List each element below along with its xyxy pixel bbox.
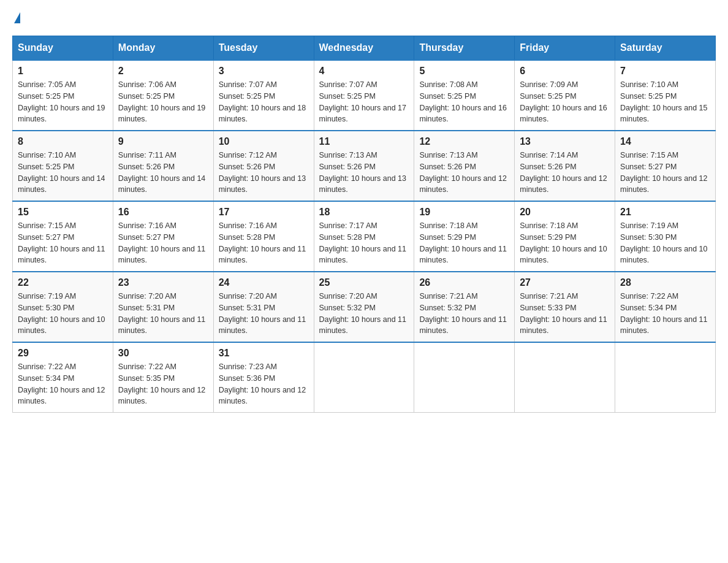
day-info: Sunrise: 7:07 AMSunset: 5:25 PMDaylight:… xyxy=(219,79,309,125)
calendar-day-cell: 13Sunrise: 7:14 AMSunset: 5:26 PMDayligh… xyxy=(515,131,615,201)
day-number: 18 xyxy=(319,207,409,218)
day-number: 21 xyxy=(620,207,710,218)
calendar-day-cell: 16Sunrise: 7:16 AMSunset: 5:27 PMDayligh… xyxy=(113,201,213,272)
day-info: Sunrise: 7:15 AMSunset: 5:27 PMDaylight:… xyxy=(18,220,108,266)
day-info: Sunrise: 7:19 AMSunset: 5:30 PMDaylight:… xyxy=(620,220,710,266)
day-info: Sunrise: 7:16 AMSunset: 5:27 PMDaylight:… xyxy=(118,220,208,266)
calendar-day-cell: 11Sunrise: 7:13 AMSunset: 5:26 PMDayligh… xyxy=(314,131,414,201)
day-number: 13 xyxy=(520,136,610,147)
day-number: 24 xyxy=(219,277,309,288)
calendar-day-cell: 14Sunrise: 7:15 AMSunset: 5:27 PMDayligh… xyxy=(615,131,716,201)
empty-cell xyxy=(515,342,615,413)
calendar-day-cell: 2Sunrise: 7:06 AMSunset: 5:25 PMDaylight… xyxy=(113,60,213,131)
column-header-wednesday: Wednesday xyxy=(314,36,414,61)
day-info: Sunrise: 7:12 AMSunset: 5:26 PMDaylight:… xyxy=(219,150,309,196)
logo xyxy=(12,12,20,23)
calendar-day-cell: 5Sunrise: 7:08 AMSunset: 5:25 PMDaylight… xyxy=(414,60,515,131)
day-info: Sunrise: 7:20 AMSunset: 5:31 PMDaylight:… xyxy=(219,291,309,337)
page-header xyxy=(12,12,716,23)
day-info: Sunrise: 7:18 AMSunset: 5:29 PMDaylight:… xyxy=(419,220,509,266)
empty-cell xyxy=(414,342,515,413)
day-info: Sunrise: 7:13 AMSunset: 5:26 PMDaylight:… xyxy=(419,150,509,196)
day-number: 14 xyxy=(620,136,710,147)
day-info: Sunrise: 7:10 AMSunset: 5:25 PMDaylight:… xyxy=(620,79,710,125)
calendar-day-cell: 12Sunrise: 7:13 AMSunset: 5:26 PMDayligh… xyxy=(414,131,515,201)
day-info: Sunrise: 7:08 AMSunset: 5:25 PMDaylight:… xyxy=(419,79,509,125)
calendar-day-cell: 17Sunrise: 7:16 AMSunset: 5:28 PMDayligh… xyxy=(213,201,314,272)
column-header-saturday: Saturday xyxy=(615,36,716,61)
calendar-week-row: 1Sunrise: 7:05 AMSunset: 5:25 PMDaylight… xyxy=(13,60,716,131)
calendar-day-cell: 7Sunrise: 7:10 AMSunset: 5:25 PMDaylight… xyxy=(615,60,716,131)
day-number: 15 xyxy=(18,207,108,218)
calendar-week-row: 22Sunrise: 7:19 AMSunset: 5:30 PMDayligh… xyxy=(13,272,716,342)
calendar-day-cell: 29Sunrise: 7:22 AMSunset: 5:34 PMDayligh… xyxy=(13,342,113,413)
day-number: 9 xyxy=(118,136,208,147)
day-info: Sunrise: 7:10 AMSunset: 5:25 PMDaylight:… xyxy=(18,150,108,196)
day-info: Sunrise: 7:23 AMSunset: 5:36 PMDaylight:… xyxy=(219,361,309,407)
day-info: Sunrise: 7:21 AMSunset: 5:33 PMDaylight:… xyxy=(520,291,610,337)
day-number: 1 xyxy=(18,66,108,77)
day-number: 22 xyxy=(18,277,108,288)
calendar-day-cell: 23Sunrise: 7:20 AMSunset: 5:31 PMDayligh… xyxy=(113,272,213,342)
calendar-header-row: SundayMondayTuesdayWednesdayThursdayFrid… xyxy=(13,36,716,61)
calendar-day-cell: 26Sunrise: 7:21 AMSunset: 5:32 PMDayligh… xyxy=(414,272,515,342)
calendar-table: SundayMondayTuesdayWednesdayThursdayFrid… xyxy=(12,36,716,413)
day-number: 19 xyxy=(419,207,509,218)
day-number: 6 xyxy=(520,66,610,77)
day-info: Sunrise: 7:20 AMSunset: 5:32 PMDaylight:… xyxy=(319,291,409,337)
calendar-day-cell: 8Sunrise: 7:10 AMSunset: 5:25 PMDaylight… xyxy=(13,131,113,201)
day-number: 2 xyxy=(118,66,208,77)
day-number: 17 xyxy=(219,207,309,218)
day-number: 20 xyxy=(520,207,610,218)
calendar-day-cell: 6Sunrise: 7:09 AMSunset: 5:25 PMDaylight… xyxy=(515,60,615,131)
day-number: 26 xyxy=(419,277,509,288)
calendar-day-cell: 19Sunrise: 7:18 AMSunset: 5:29 PMDayligh… xyxy=(414,201,515,272)
day-info: Sunrise: 7:16 AMSunset: 5:28 PMDaylight:… xyxy=(219,220,309,266)
day-number: 10 xyxy=(219,136,309,147)
logo-triangle-icon xyxy=(14,12,20,23)
calendar-week-row: 15Sunrise: 7:15 AMSunset: 5:27 PMDayligh… xyxy=(13,201,716,272)
calendar-day-cell: 1Sunrise: 7:05 AMSunset: 5:25 PMDaylight… xyxy=(13,60,113,131)
calendar-day-cell: 21Sunrise: 7:19 AMSunset: 5:30 PMDayligh… xyxy=(615,201,716,272)
day-number: 25 xyxy=(319,277,409,288)
column-header-thursday: Thursday xyxy=(414,36,515,61)
calendar-day-cell: 9Sunrise: 7:11 AMSunset: 5:26 PMDaylight… xyxy=(113,131,213,201)
day-info: Sunrise: 7:09 AMSunset: 5:25 PMDaylight:… xyxy=(520,79,610,125)
calendar-day-cell: 15Sunrise: 7:15 AMSunset: 5:27 PMDayligh… xyxy=(13,201,113,272)
empty-cell xyxy=(615,342,716,413)
day-info: Sunrise: 7:07 AMSunset: 5:25 PMDaylight:… xyxy=(319,79,409,125)
day-info: Sunrise: 7:17 AMSunset: 5:28 PMDaylight:… xyxy=(319,220,409,266)
calendar-day-cell: 3Sunrise: 7:07 AMSunset: 5:25 PMDaylight… xyxy=(213,60,314,131)
calendar-week-row: 8Sunrise: 7:10 AMSunset: 5:25 PMDaylight… xyxy=(13,131,716,201)
day-number: 5 xyxy=(419,66,509,77)
calendar-day-cell: 24Sunrise: 7:20 AMSunset: 5:31 PMDayligh… xyxy=(213,272,314,342)
day-info: Sunrise: 7:19 AMSunset: 5:30 PMDaylight:… xyxy=(18,291,108,337)
day-info: Sunrise: 7:21 AMSunset: 5:32 PMDaylight:… xyxy=(419,291,509,337)
column-header-tuesday: Tuesday xyxy=(213,36,314,61)
day-number: 3 xyxy=(219,66,309,77)
day-number: 4 xyxy=(319,66,409,77)
day-info: Sunrise: 7:20 AMSunset: 5:31 PMDaylight:… xyxy=(118,291,208,337)
day-info: Sunrise: 7:22 AMSunset: 5:35 PMDaylight:… xyxy=(118,361,208,407)
day-info: Sunrise: 7:06 AMSunset: 5:25 PMDaylight:… xyxy=(118,79,208,125)
day-number: 29 xyxy=(18,348,108,359)
day-number: 23 xyxy=(118,277,208,288)
day-number: 27 xyxy=(520,277,610,288)
day-info: Sunrise: 7:15 AMSunset: 5:27 PMDaylight:… xyxy=(620,150,710,196)
day-info: Sunrise: 7:11 AMSunset: 5:26 PMDaylight:… xyxy=(118,150,208,196)
column-header-monday: Monday xyxy=(113,36,213,61)
column-header-sunday: Sunday xyxy=(13,36,113,61)
day-number: 11 xyxy=(319,136,409,147)
empty-cell xyxy=(314,342,414,413)
calendar-day-cell: 22Sunrise: 7:19 AMSunset: 5:30 PMDayligh… xyxy=(13,272,113,342)
day-number: 12 xyxy=(419,136,509,147)
day-number: 30 xyxy=(118,348,208,359)
calendar-day-cell: 18Sunrise: 7:17 AMSunset: 5:28 PMDayligh… xyxy=(314,201,414,272)
calendar-day-cell: 4Sunrise: 7:07 AMSunset: 5:25 PMDaylight… xyxy=(314,60,414,131)
calendar-week-row: 29Sunrise: 7:22 AMSunset: 5:34 PMDayligh… xyxy=(13,342,716,413)
day-number: 31 xyxy=(219,348,309,359)
calendar-day-cell: 20Sunrise: 7:18 AMSunset: 5:29 PMDayligh… xyxy=(515,201,615,272)
day-info: Sunrise: 7:13 AMSunset: 5:26 PMDaylight:… xyxy=(319,150,409,196)
calendar-day-cell: 31Sunrise: 7:23 AMSunset: 5:36 PMDayligh… xyxy=(213,342,314,413)
day-info: Sunrise: 7:22 AMSunset: 5:34 PMDaylight:… xyxy=(18,361,108,407)
